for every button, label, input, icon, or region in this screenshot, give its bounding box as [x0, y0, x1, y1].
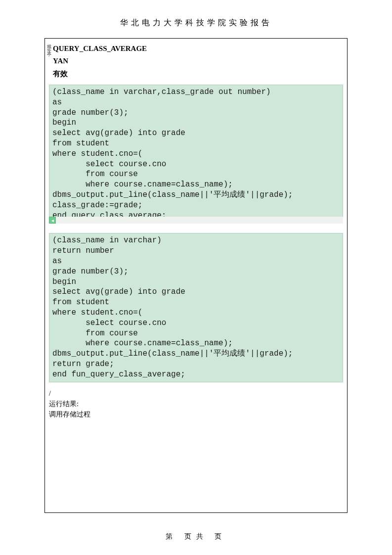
results-block: / 运行结果: 调用存储过程	[45, 384, 347, 419]
call-proc-label: 调用存储过程	[49, 409, 347, 419]
code-block-1-wrap: (class_name in varchar,class_grade out n…	[45, 85, 347, 223]
code-block-1: (class_name in varchar,class_grade out n…	[49, 85, 343, 223]
slash-line: /	[49, 388, 347, 399]
page-footer: 第 页共 页	[0, 532, 392, 541]
content-box: 规定一次入手 QUERY_CLASS_AVERAGE YAN 有效 (class…	[44, 38, 348, 513]
procedure-name: QUERY_CLASS_AVERAGE	[53, 43, 347, 55]
scroll-left-icon[interactable]: ◂	[49, 217, 56, 224]
page-header: 华北电力大学科技学院实验报告	[0, 0, 392, 38]
info-block: QUERY_CLASS_AVERAGE YAN 有效	[45, 39, 347, 84]
results-label: 运行结果:	[49, 399, 347, 409]
code-block-2: (class_name in varchar) return number as…	[49, 233, 343, 382]
scroll-track[interactable]	[56, 217, 343, 224]
side-label: 规定一次入手	[46, 41, 52, 49]
status-label: 有效	[53, 67, 347, 81]
owner-name: YAN	[53, 55, 347, 67]
